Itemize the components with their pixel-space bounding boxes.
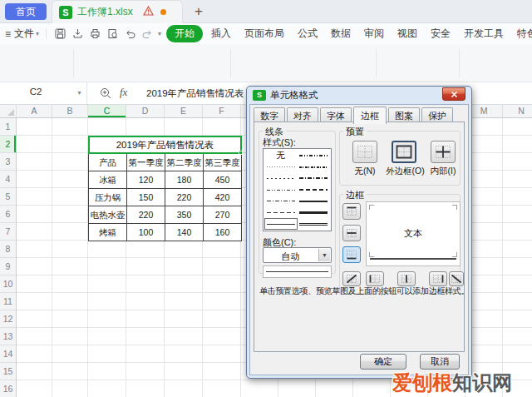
line-style-thin-solid[interactable] <box>264 218 298 230</box>
column-header-A[interactable]: A <box>17 105 52 117</box>
undo-icon[interactable] <box>125 29 135 39</box>
table-cell[interactable]: 压力锅 <box>89 189 127 206</box>
line-style-dash-dot[interactable] <box>264 196 298 207</box>
table-cell[interactable]: 烤箱 <box>89 224 127 241</box>
row-header-14[interactable]: 14 <box>0 345 16 363</box>
line-style-slant-dash-dot[interactable] <box>298 161 331 173</box>
line-style-dash-dot-dot[interactable] <box>264 184 298 196</box>
line-style-dashed[interactable] <box>264 207 298 219</box>
fill-handle[interactable] <box>239 151 243 155</box>
row-header-10[interactable]: 10 <box>0 275 16 293</box>
preset-outline[interactable]: 外边框(O) <box>386 141 422 177</box>
menu-item-数据[interactable]: 数据 <box>324 25 357 42</box>
new-tab-button[interactable]: + <box>190 2 208 22</box>
line-style-medium-solid[interactable] <box>298 196 331 207</box>
border-diagonal-down-button[interactable] <box>449 271 464 286</box>
row-header-3[interactable]: 3 <box>0 153 16 171</box>
table-cell[interactable]: 产品 <box>89 154 127 171</box>
menu-item-公式[interactable]: 公式 <box>291 25 324 42</box>
table-cell[interactable]: 220 <box>165 189 204 206</box>
menu-item-页面布局[interactable]: 页面布局 <box>238 25 291 42</box>
row-header-16[interactable]: 16 <box>0 380 16 397</box>
ok-button[interactable]: 确定 <box>360 354 406 370</box>
border-right-button[interactable] <box>429 271 447 286</box>
column-header-B[interactable]: B <box>52 105 88 117</box>
line-style-listbox[interactable]: 无 <box>263 148 332 231</box>
row-header-11[interactable]: 11 <box>0 293 16 310</box>
home-tab[interactable]: 首页 <box>5 3 47 20</box>
table-cell[interactable]: 160 <box>204 224 242 241</box>
line-color-select[interactable]: 自动 ▼ <box>263 247 332 263</box>
row-header-1[interactable]: 1 <box>0 118 16 136</box>
fx-icon[interactable]: fx <box>120 86 127 99</box>
table-cell[interactable]: 450 <box>204 171 242 189</box>
table-cell[interactable]: 180 <box>165 171 204 189</box>
row-header-13[interactable]: 13 <box>0 328 16 345</box>
table-cell[interactable]: 270 <box>204 206 242 224</box>
row-header-6[interactable]: 6 <box>0 206 16 223</box>
line-style-dotted[interactable] <box>264 173 298 185</box>
menu-item-审阅[interactable]: 审阅 <box>357 25 391 42</box>
name-box[interactable]: C2 ▼ <box>0 82 87 104</box>
table-cell[interactable]: 100 <box>127 224 165 241</box>
preset-none[interactable]: 无(N) <box>347 141 383 177</box>
selected-merged-cell[interactable]: 2019年产品销售情况表 <box>88 136 242 154</box>
table-cell[interactable]: 120 <box>127 171 165 189</box>
column-header-F[interactable]: F <box>203 105 241 117</box>
select-all-corner[interactable] <box>0 105 17 117</box>
border-vertical-middle-button[interactable] <box>397 271 416 286</box>
insert-function-icon[interactable] <box>100 87 111 99</box>
line-style-medium-dash-dot[interactable] <box>298 173 331 185</box>
column-header-E[interactable]: E <box>165 105 203 117</box>
dialog-tab-边框[interactable]: 边框 <box>353 107 387 124</box>
border-left-button[interactable] <box>366 271 384 286</box>
save-icon[interactable] <box>55 28 66 39</box>
menu-item-视图[interactable]: 视图 <box>391 25 424 42</box>
export-icon[interactable] <box>72 28 83 39</box>
table-cell[interactable]: 第二季度 <box>165 154 204 171</box>
table-cell[interactable]: 冰箱 <box>89 171 127 189</box>
border-bottom-button[interactable] <box>342 246 361 263</box>
line-style-dotted-fine[interactable] <box>264 161 298 173</box>
print-icon[interactable] <box>90 28 101 39</box>
print-preview-icon[interactable] <box>107 28 118 39</box>
menu-item-插入[interactable]: 插入 <box>204 25 238 42</box>
row-header-7[interactable]: 7 <box>0 223 16 241</box>
dialog-titlebar[interactable]: S 单元格格式 <box>247 87 471 104</box>
table-cell[interactable]: 第三季度 <box>204 154 242 171</box>
border-preview[interactable]: 文本 <box>366 201 461 266</box>
border-diagonal-up-button[interactable] <box>342 271 361 286</box>
border-top-button[interactable] <box>342 203 361 220</box>
table-cell[interactable]: 电热水壶 <box>89 206 127 224</box>
table-cell[interactable]: 420 <box>204 189 242 206</box>
line-style-none[interactable]: 无 <box>264 150 298 161</box>
formula-input[interactable]: 2019年产品销售情况表 <box>146 87 244 100</box>
table-cell[interactable]: 第一季度 <box>127 154 165 171</box>
line-style-thick-solid[interactable] <box>298 207 331 219</box>
table-cell[interactable]: 350 <box>165 206 204 224</box>
table-cell[interactable]: 140 <box>165 224 204 241</box>
menu-item-安全[interactable]: 安全 <box>424 25 457 42</box>
table-cell[interactable]: 150 <box>127 189 165 206</box>
preset-inside[interactable]: 内部(I) <box>425 141 461 177</box>
column-header-D[interactable]: D <box>126 105 165 117</box>
qat-more-chevron-icon[interactable]: ▾ <box>158 30 161 37</box>
row-header-12[interactable]: 12 <box>0 310 16 328</box>
row-header-5[interactable]: 5 <box>0 188 16 206</box>
cancel-button[interactable]: 取消 <box>420 354 460 370</box>
redo-icon[interactable] <box>142 29 153 39</box>
dialog-close-button[interactable] <box>442 87 466 101</box>
row-header-8[interactable]: 8 <box>0 241 16 258</box>
row-header-4[interactable]: 4 <box>0 171 16 188</box>
file-menu[interactable]: ≡ 文件 ▾ <box>5 27 39 41</box>
row-header-15[interactable]: 15 <box>0 363 16 380</box>
menu-item-开发工具[interactable]: 开发工具 <box>457 25 510 42</box>
menu-item-特色应用[interactable]: 特色应用 <box>510 25 532 42</box>
menu-item-开始[interactable]: 开始 <box>166 25 203 42</box>
column-header-N[interactable]: N <box>503 105 532 117</box>
border-horizontal-middle-button[interactable] <box>342 225 361 241</box>
data-table[interactable]: 产品第一季度第二季度第三季度冰箱120180450压力锅150220420电热水… <box>88 153 242 241</box>
line-style-medium-dashed[interactable] <box>298 184 331 196</box>
row-header-9[interactable]: 9 <box>0 258 16 275</box>
line-style-double[interactable] <box>298 218 331 230</box>
